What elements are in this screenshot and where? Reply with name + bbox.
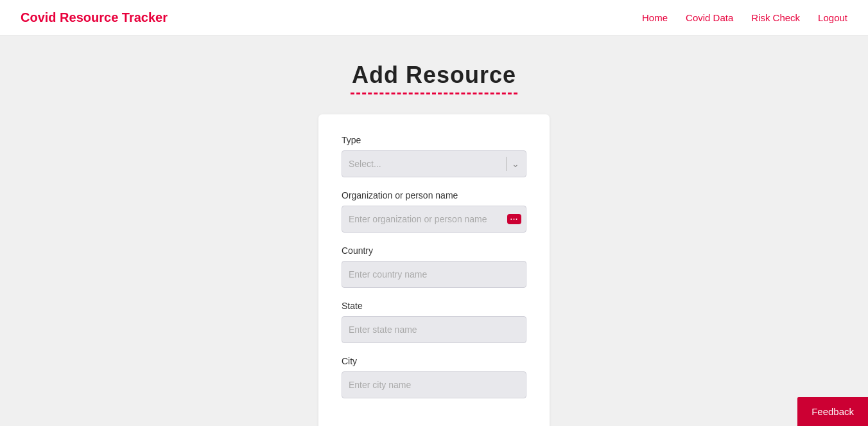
org-input[interactable] (342, 206, 526, 233)
nav-logout[interactable]: Logout (818, 12, 847, 23)
type-label: Type (342, 135, 526, 145)
org-label: Organization or person name (342, 190, 526, 200)
form-card: Type Select... ⌄ Organization or person … (318, 114, 550, 426)
org-tooltip-badge: ··· (507, 214, 521, 224)
brand-logo[interactable]: Covid Resource Tracker (21, 10, 168, 25)
title-underline (351, 93, 517, 95)
country-field-group: Country (342, 245, 526, 288)
type-select[interactable]: Select... ⌄ (342, 150, 526, 177)
type-field-group: Type Select... ⌄ (342, 135, 526, 177)
state-label: State (342, 301, 526, 311)
country-input[interactable] (342, 261, 526, 288)
city-input[interactable] (342, 371, 526, 398)
feedback-button[interactable]: Feedback (797, 397, 868, 426)
nav-links: Home Covid Data Risk Check Logout (642, 12, 847, 24)
org-input-wrapper: ··· (342, 206, 526, 233)
nav-risk-check[interactable]: Risk Check (751, 12, 800, 23)
nav-covid-data[interactable]: Covid Data (686, 12, 733, 23)
country-label: Country (342, 245, 526, 256)
chevron-down-icon: ⌄ (512, 159, 519, 169)
city-label: City (342, 356, 526, 366)
city-field-group: City (342, 356, 526, 398)
select-divider (506, 157, 507, 171)
nav-home[interactable]: Home (642, 12, 668, 23)
org-field-group: Organization or person name ··· (342, 190, 526, 233)
page-content: Add Resource Type Select... ⌄ Organizati… (0, 36, 868, 426)
state-field-group: State (342, 301, 526, 343)
page-title: Add Resource (352, 62, 516, 89)
state-input[interactable] (342, 316, 526, 343)
type-select-placeholder: Select... (349, 159, 501, 169)
navbar: Covid Resource Tracker Home Covid Data R… (0, 0, 868, 36)
